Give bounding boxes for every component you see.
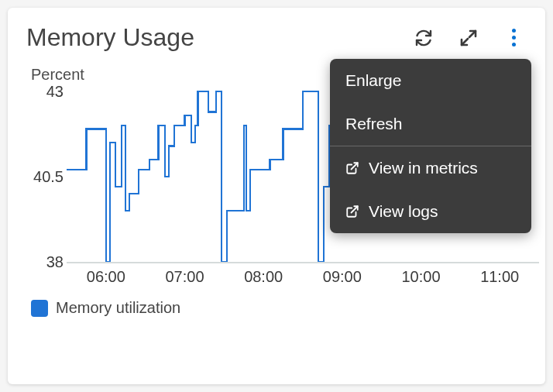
legend-swatch — [31, 300, 48, 317]
legend-label: Memory utilization — [56, 299, 180, 317]
external-link-icon — [345, 161, 359, 175]
x-tick: 09:00 — [323, 268, 362, 286]
more-actions-button[interactable] — [503, 28, 524, 48]
card-title: Memory Usage — [26, 23, 194, 52]
menu-item-label: Enlarge — [345, 71, 401, 90]
x-tick: 06:00 — [87, 268, 125, 286]
expand-icon — [459, 29, 478, 47]
menu-item-view-logs[interactable]: View logs — [330, 190, 531, 233]
menu-item-enlarge[interactable]: Enlarge — [330, 59, 531, 102]
external-link-icon — [345, 205, 359, 218]
y-tick: 40.5 — [28, 168, 64, 186]
metrics-card: Memory Usage Percent 3840.5 — [8, 8, 545, 384]
menu-item-refresh[interactable]: Refresh — [330, 102, 531, 146]
refresh-icon — [414, 29, 433, 47]
x-tick: 08:00 — [244, 268, 283, 286]
y-axis-ticks: 3840.543 — [31, 91, 67, 262]
card-toolbar — [414, 28, 527, 48]
menu-item-label: View logs — [369, 202, 438, 221]
actions-menu: Enlarge Refresh View in metrics View log… — [330, 59, 531, 233]
series-line — [67, 91, 352, 262]
menu-item-label: Refresh — [345, 115, 403, 133]
chart-legend: Memory utilization — [31, 299, 527, 317]
x-tick: 07:00 — [165, 268, 204, 286]
x-tick: 11:00 — [480, 268, 519, 286]
card-header: Memory Usage — [26, 23, 527, 52]
x-axis-ticks: 06:0007:0008:0009:0010:0011:00 — [67, 262, 539, 268]
menu-item-view-metrics[interactable]: View in metrics — [330, 146, 531, 190]
y-tick: 38 — [28, 253, 64, 271]
y-tick: 43 — [28, 83, 64, 101]
menu-item-label: View in metrics — [369, 159, 478, 177]
kebab-icon — [512, 29, 516, 46]
x-tick: 10:00 — [401, 268, 440, 286]
refresh-button[interactable] — [414, 28, 434, 48]
enlarge-button[interactable] — [459, 28, 479, 48]
